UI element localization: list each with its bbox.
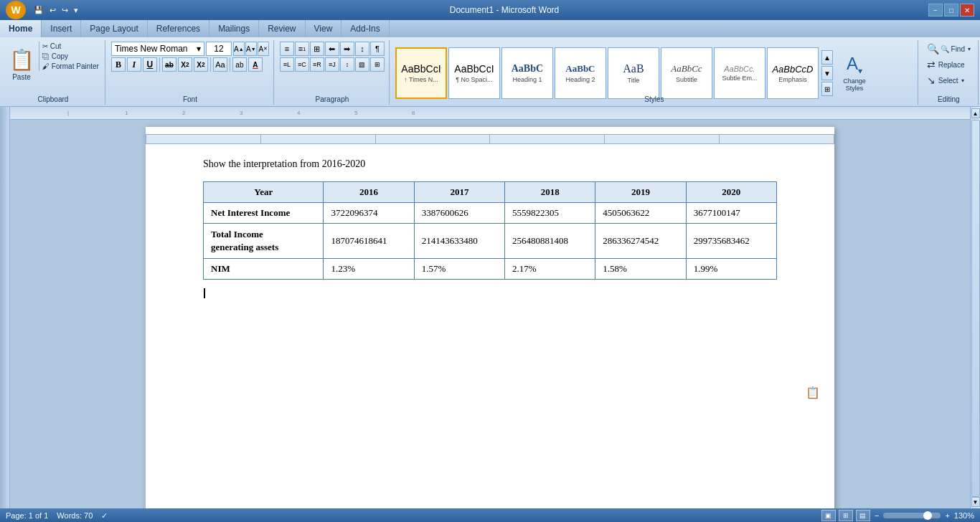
format-painter-button[interactable]: 🖌 Format Painter xyxy=(41,62,100,71)
tab-home[interactable]: Home xyxy=(0,20,42,37)
tab-references[interactable]: References xyxy=(148,20,209,37)
line-spacing-button[interactable]: ↕ xyxy=(340,57,354,72)
ribbon-tabs: Home Insert Page Layout References Maili… xyxy=(0,20,980,37)
justify-button[interactable]: ≡J xyxy=(325,57,339,72)
style-normal-label: ↑ Times N... xyxy=(404,76,438,83)
style-no-spacing-label: ¶ No Spaci... xyxy=(456,76,492,83)
table-cell-nim-2017: 1.57% xyxy=(414,259,504,280)
redo-btn[interactable]: ↪ xyxy=(60,5,70,16)
multilevel-button[interactable]: ⊞ xyxy=(310,42,324,56)
font-row2: B I U ab X2 X2 Aa ab A xyxy=(111,57,269,72)
tab-review[interactable]: Review xyxy=(259,20,305,37)
cut-button[interactable]: ✂ Cut xyxy=(41,42,100,51)
paste-area: 📋 Paste xyxy=(6,42,37,87)
tab-insert[interactable]: Insert xyxy=(42,20,81,37)
view-fullscreen-btn[interactable]: ⊞ xyxy=(839,510,853,521)
align-right-button[interactable]: ≡R xyxy=(310,57,324,72)
window-title: Document1 - Microsoft Word xyxy=(80,5,928,15)
highlight-button[interactable]: ab xyxy=(232,57,247,72)
minimize-btn[interactable]: − xyxy=(928,4,943,16)
style-heading1[interactable]: AaBbC Heading 1 xyxy=(501,47,553,99)
show-hide-button[interactable]: ¶ xyxy=(370,42,385,56)
view-layout-btn[interactable]: ▤ xyxy=(856,510,870,521)
style-title[interactable]: AaB Title xyxy=(608,47,659,99)
table-cell-nii-2018: 5559822305 xyxy=(505,203,595,224)
paragraph-label: Paragraph xyxy=(275,95,389,103)
undo-btn[interactable]: ↩ xyxy=(47,5,58,16)
quickaccess-arrow[interactable]: ▾ xyxy=(72,5,80,16)
copy-button[interactable]: ⿻ Copy xyxy=(41,52,100,61)
scroll-up-btn[interactable]: ▲ xyxy=(971,108,980,118)
style-subtitle[interactable]: AaBbCc Subtitle xyxy=(661,47,712,99)
change-styles-label: ChangeStyles xyxy=(843,77,866,93)
style-heading2[interactable]: AaBbC Heading 2 xyxy=(555,47,606,99)
close-btn[interactable]: ✕ xyxy=(960,4,974,16)
strikethrough-button[interactable]: ab xyxy=(162,57,176,72)
table-header-2016: 2016 xyxy=(324,182,414,203)
underline-button[interactable]: U xyxy=(143,57,157,72)
align-left-button[interactable]: ≡L xyxy=(280,57,294,72)
align-center-button[interactable]: ≡C xyxy=(295,57,309,72)
scroll-thumb[interactable] xyxy=(971,120,980,497)
style-no-spacing[interactable]: AaBbCcI ¶ No Spaci... xyxy=(448,47,500,99)
status-right: ▣ ⊞ ▤ − + 130% xyxy=(821,510,974,521)
font-name-text: Times New Roman xyxy=(115,44,188,54)
zoom-level: 130% xyxy=(954,511,974,520)
style-heading2-label: Heading 2 xyxy=(565,76,595,83)
style-normal[interactable]: AaBbCcI ↑ Times N... xyxy=(395,47,447,99)
office-button[interactable]: W xyxy=(6,1,26,19)
proofing-indicator[interactable]: ✓ xyxy=(101,511,108,521)
styles-expand-btn[interactable]: ⊞ xyxy=(821,82,833,96)
maximize-btn[interactable]: □ xyxy=(944,4,958,16)
style-subtle-em[interactable]: AaBbCc. Subtle Em... xyxy=(714,47,765,99)
styles-up-btn[interactable]: ▲ xyxy=(821,50,833,65)
find-button[interactable]: 🔍 🔍 Find ▾ xyxy=(924,42,974,56)
zoom-slider[interactable] xyxy=(883,513,941,518)
tab-mailings[interactable]: Mailings xyxy=(209,20,259,37)
zoom-plus-btn[interactable]: + xyxy=(943,511,951,520)
superscript-button[interactable]: X2 xyxy=(194,57,208,72)
find-label: 🔍 Find xyxy=(941,45,965,53)
font-grow-button[interactable]: A▲ xyxy=(233,42,245,56)
paste-smart-tag[interactable]: 📋 xyxy=(806,386,820,399)
vertical-scrollbar[interactable]: ▲ ▼ xyxy=(970,107,980,508)
italic-button[interactable]: I xyxy=(127,57,141,72)
table-header-year: Year xyxy=(204,182,324,203)
separator1 xyxy=(159,57,160,72)
bold-button[interactable]: B xyxy=(111,57,126,72)
shading-button[interactable]: ▧ xyxy=(355,57,369,72)
bullets-button[interactable]: ≡ xyxy=(280,42,294,56)
styles-down-btn[interactable]: ▼ xyxy=(821,66,833,80)
increase-indent-button[interactable]: ➡ xyxy=(340,42,354,56)
cursor-position[interactable] xyxy=(203,287,777,298)
font-name-selector[interactable]: Times New Roman ▾ xyxy=(111,42,204,56)
scroll-down-btn[interactable]: ▼ xyxy=(971,497,980,507)
borders-button[interactable]: ⊞ xyxy=(370,57,385,72)
subscript-button[interactable]: X2 xyxy=(178,57,192,72)
tab-addins[interactable]: Add-Ins xyxy=(341,20,389,37)
font-shrink-button[interactable]: A▼ xyxy=(245,42,257,56)
table-cell-nii-2020: 3677100147 xyxy=(686,203,776,224)
change-styles-button[interactable]: A▾ ChangeStyles xyxy=(834,47,875,99)
change-case-button[interactable]: Aa xyxy=(213,57,227,72)
zoom-minus-btn[interactable]: − xyxy=(873,511,880,520)
clear-formatting-button[interactable]: A✕ xyxy=(258,42,269,56)
font-size-box[interactable]: 12 xyxy=(206,42,232,56)
replace-button[interactable]: ⇄ Replace xyxy=(924,57,974,72)
sort-button[interactable]: ↕ xyxy=(355,42,369,56)
table-cell-tiga-2020: 299735683462 xyxy=(686,224,776,259)
font-color-button[interactable]: A xyxy=(248,57,263,72)
find-arrow: ▾ xyxy=(968,46,971,52)
ribbon-content: 📋 Paste ✂ Cut ⿻ Copy 🖌 Format Painter Cl… xyxy=(0,37,980,106)
save-quickaccess-btn[interactable]: 💾 xyxy=(32,5,46,16)
document-scroll-area[interactable]: Show the interpretation from 2016-2020 Y… xyxy=(10,120,970,508)
tab-page-layout[interactable]: Page Layout xyxy=(81,20,147,37)
decrease-indent-button[interactable]: ⬅ xyxy=(325,42,339,56)
numbering-button[interactable]: ≡1 xyxy=(295,42,309,56)
tab-view[interactable]: View xyxy=(306,20,342,37)
paste-button[interactable]: 📋 Paste xyxy=(6,42,37,87)
table-cell-nii-2016: 3722096374 xyxy=(324,203,414,224)
view-normal-btn[interactable]: ▣ xyxy=(821,510,836,521)
style-emphasis[interactable]: AaBbCcD Emphasis xyxy=(767,47,819,99)
select-button[interactable]: ↘ Select ▾ xyxy=(924,73,974,87)
